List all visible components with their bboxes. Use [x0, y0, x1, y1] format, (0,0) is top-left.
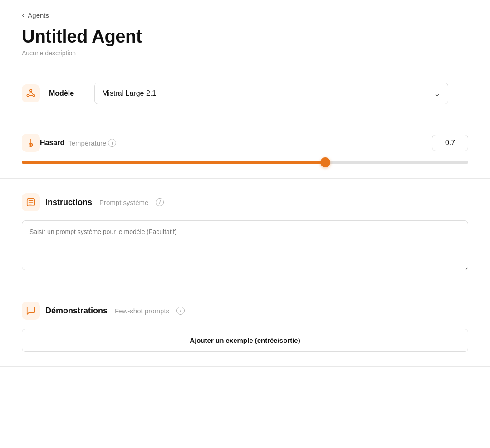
demonstrations-header: Démonstrations Few-shot prompts i — [22, 302, 468, 320]
hasard-section: Hasard Température i 0.7 — [0, 119, 490, 179]
instructions-textarea[interactable] — [22, 220, 468, 270]
instructions-label: Instructions — [45, 198, 92, 207]
temperature-sublabel: Température — [68, 139, 106, 147]
hasard-header-row: Hasard Température i 0.7 — [22, 134, 468, 152]
svg-point-0 — [30, 89, 32, 92]
svg-point-1 — [27, 94, 29, 97]
model-icon-container — [22, 84, 40, 102]
page-container: ‹ Agents Untitled Agent Aucune descripti… — [0, 0, 490, 367]
model-row: Modèle Mistral Large 2.1 ⌄ — [22, 83, 468, 104]
instructions-info-icon[interactable]: i — [156, 198, 164, 206]
instructions-section: Instructions Prompt système i — [0, 179, 490, 287]
model-select-dropdown[interactable]: Mistral Large 2.1 ⌄ — [94, 83, 448, 104]
instructions-header: Instructions Prompt système i — [22, 193, 468, 211]
title-section: Untitled Agent Aucune description — [0, 19, 490, 68]
model-selected-value: Mistral Large 2.1 — [102, 89, 156, 97]
hasard-label: Hasard — [40, 139, 64, 147]
back-chevron-icon[interactable]: ‹ — [22, 11, 24, 19]
temperature-value[interactable]: 0.7 — [432, 135, 468, 151]
model-label: Modèle — [49, 89, 85, 97]
slider-track — [22, 161, 468, 164]
instructions-icon-container — [22, 193, 40, 211]
instructions-textarea-container — [22, 220, 468, 272]
svg-line-3 — [29, 92, 31, 95]
page-title: Untitled Agent — [22, 26, 468, 47]
breadcrumb-label[interactable]: Agents — [28, 11, 49, 19]
slider-thumb[interactable] — [320, 157, 330, 167]
add-example-button[interactable]: Ajouter un exemple (entrée/sortie) — [22, 329, 468, 352]
chevron-down-icon: ⌄ — [434, 88, 441, 98]
breadcrumb: ‹ Agents — [0, 0, 490, 19]
demonstrations-icon-container — [22, 302, 40, 320]
demonstrations-label: Démonstrations — [45, 306, 108, 316]
page-description: Aucune description — [22, 49, 468, 57]
model-section: Modèle Mistral Large 2.1 ⌄ — [0, 68, 490, 119]
instructions-icon — [26, 197, 36, 207]
svg-line-4 — [31, 92, 33, 95]
hasard-icon-container — [22, 134, 40, 152]
svg-point-6 — [30, 144, 32, 146]
demonstrations-section: Démonstrations Few-shot prompts i Ajoute… — [0, 287, 490, 367]
instructions-sublabel: Prompt système — [99, 199, 148, 206]
temperature-slider[interactable] — [22, 161, 468, 164]
slider-fill — [22, 161, 325, 164]
temperature-icon — [26, 138, 36, 148]
model-icon — [26, 88, 36, 98]
demonstrations-info-icon[interactable]: i — [176, 307, 185, 315]
demonstrations-icon — [26, 306, 36, 316]
temperature-info-icon[interactable]: i — [108, 139, 116, 147]
svg-point-2 — [33, 94, 35, 97]
hasard-title-group: Hasard Température i — [22, 134, 432, 152]
demonstrations-sublabel: Few-shot prompts — [115, 307, 169, 315]
